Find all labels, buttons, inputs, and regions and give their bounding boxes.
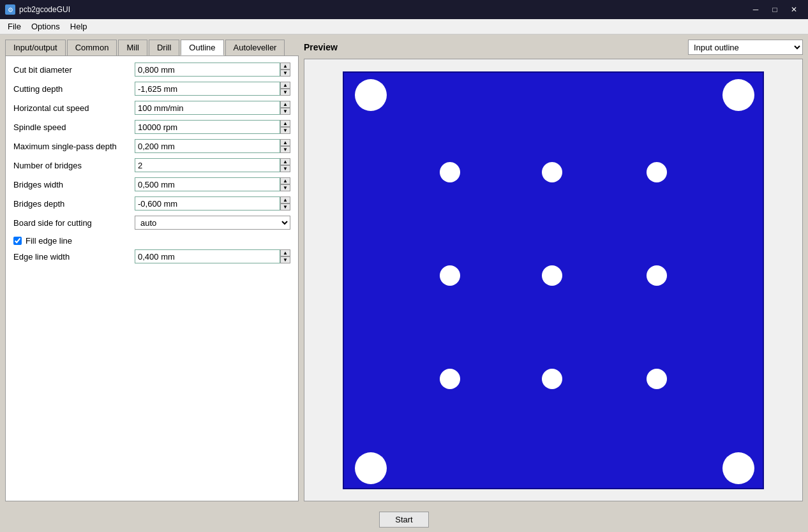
fill-edge-line-label: Fill edge line — [26, 236, 72, 246]
title-bar-left: ⚙ pcb2gcodeGUI — [5, 4, 70, 15]
pcb-hole — [722, 452, 754, 484]
cutting-depth-input[interactable] — [135, 82, 280, 96]
pcb-hole — [647, 265, 667, 286]
bridges-width-label: Bridges width — [13, 180, 135, 189]
preview-select-wrap: Input outline Mill output Drill output O… — [688, 40, 803, 55]
horizontal-cut-speed-spinners: ▲ ▼ — [280, 101, 290, 115]
cutting-depth-up[interactable]: ▲ — [280, 82, 290, 89]
number-of-bridges-input-wrap: ▲ ▼ — [135, 158, 290, 172]
max-single-pass-depth-up[interactable]: ▲ — [280, 139, 290, 146]
title-bar: ⚙ pcb2gcodeGUI ─ □ ✕ — [0, 0, 808, 19]
cutting-depth-spinners: ▲ ▼ — [280, 82, 290, 96]
bridges-width-input[interactable] — [135, 177, 280, 191]
max-single-pass-depth-input-wrap: ▲ ▼ — [135, 139, 290, 153]
edge-line-width-label: Edge line width — [13, 252, 135, 262]
cut-bit-diameter-input-wrap: ▲ ▼ — [135, 63, 290, 77]
edge-line-width-down[interactable]: ▼ — [280, 256, 290, 263]
bridges-width-spinners: ▲ ▼ — [280, 177, 290, 191]
pcb-hole — [440, 265, 460, 286]
cut-bit-diameter-up[interactable]: ▲ — [280, 63, 290, 70]
settings-panel: Cut bit diameter ▲ ▼ Cutting depth ▲ ▼ — [5, 55, 299, 501]
cutting-depth-row: Cutting depth ▲ ▼ — [8, 80, 296, 97]
cut-bit-diameter-down[interactable]: ▼ — [280, 70, 290, 77]
tab-bar: Input/output Common Mill Drill Outline A… — [5, 40, 299, 55]
horizontal-cut-speed-input-wrap: ▲ ▼ — [135, 101, 290, 115]
pcb-board — [343, 71, 764, 489]
bridges-depth-up[interactable]: ▲ — [280, 196, 290, 203]
preview-select[interactable]: Input outline Mill output Drill output O… — [688, 40, 803, 55]
cutting-depth-down[interactable]: ▼ — [280, 89, 290, 96]
board-side-select[interactable]: auto front back — [135, 216, 290, 230]
spindle-speed-input-wrap: ▲ ▼ — [135, 120, 290, 134]
left-panel: Input/output Common Mill Drill Outline A… — [5, 40, 299, 501]
max-single-pass-depth-down[interactable]: ▼ — [280, 146, 290, 153]
tab-autoleveller[interactable]: Autoleveller — [225, 40, 285, 55]
title-bar-controls: ─ □ ✕ — [747, 3, 803, 16]
spindle-speed-row: Spindle speed ▲ ▼ — [8, 119, 296, 135]
pcb-hole — [542, 265, 562, 286]
horizontal-cut-speed-row: Horizontal cut speed ▲ ▼ — [8, 100, 296, 116]
bridges-depth-input[interactable] — [135, 196, 280, 211]
board-side-label: Board side for cutting — [13, 218, 135, 228]
minimize-button[interactable]: ─ — [747, 3, 765, 16]
preview-title: Preview — [304, 42, 338, 52]
max-single-pass-depth-label: Maximum single-pass depth — [13, 142, 135, 151]
app-title: pcb2gcodeGUI — [19, 5, 70, 14]
edge-line-width-input[interactable] — [135, 249, 280, 263]
menu-options[interactable]: Options — [26, 20, 65, 33]
tab-mill[interactable]: Mill — [118, 40, 147, 55]
bridges-depth-down[interactable]: ▼ — [280, 203, 290, 211]
bridges-width-down[interactable]: ▼ — [280, 184, 290, 191]
bridges-width-up[interactable]: ▲ — [280, 177, 290, 184]
max-single-pass-depth-spinners: ▲ ▼ — [280, 139, 290, 153]
number-of-bridges-down[interactable]: ▼ — [280, 165, 290, 172]
edge-line-width-up[interactable]: ▲ — [280, 249, 290, 256]
pcb-hole — [440, 369, 460, 389]
pcb-hole — [355, 452, 387, 484]
fill-edge-line-row: Fill edge line — [8, 233, 296, 248]
number-of-bridges-spinners: ▲ ▼ — [280, 158, 290, 172]
menu-help[interactable]: Help — [65, 20, 93, 33]
number-of-bridges-input[interactable] — [135, 158, 280, 172]
pcb-hole — [542, 369, 562, 389]
pcb-hole — [647, 369, 667, 389]
spindle-speed-up[interactable]: ▲ — [280, 120, 290, 127]
tab-input-output[interactable]: Input/output — [5, 40, 66, 55]
max-single-pass-depth-input[interactable] — [135, 139, 280, 153]
horizontal-cut-speed-down[interactable]: ▼ — [280, 108, 290, 115]
number-of-bridges-up[interactable]: ▲ — [280, 158, 290, 165]
horizontal-cut-speed-up[interactable]: ▲ — [280, 101, 290, 108]
close-button[interactable]: ✕ — [785, 3, 803, 16]
spindle-speed-down[interactable]: ▼ — [280, 127, 290, 134]
number-of-bridges-row: Number of bridges ▲ ▼ — [8, 157, 296, 174]
horizontal-cut-speed-input[interactable] — [135, 101, 280, 115]
menu-file[interactable]: File — [3, 20, 26, 33]
tab-drill[interactable]: Drill — [149, 40, 179, 55]
cut-bit-diameter-input[interactable] — [135, 63, 280, 77]
right-panel: Preview Input outline Mill output Drill … — [304, 40, 803, 501]
preview-canvas — [304, 59, 803, 501]
pcb-hole — [542, 162, 562, 182]
bridges-width-input-wrap: ▲ ▼ — [135, 177, 290, 191]
spindle-speed-label: Spindle speed — [13, 122, 135, 132]
spindle-speed-spinners: ▲ ▼ — [280, 120, 290, 134]
fill-edge-line-checkbox[interactable] — [13, 237, 22, 245]
pcb-hole — [647, 162, 667, 182]
bridges-depth-input-wrap: ▲ ▼ — [135, 196, 290, 211]
bridges-depth-row: Bridges depth ▲ ▼ — [8, 195, 296, 212]
spindle-speed-input[interactable] — [135, 120, 280, 134]
tab-common[interactable]: Common — [67, 40, 117, 55]
number-of-bridges-label: Number of bridges — [13, 161, 135, 170]
bridges-depth-spinners: ▲ ▼ — [280, 196, 290, 211]
tab-outline[interactable]: Outline — [181, 40, 223, 55]
bottom-bar: Start — [0, 506, 808, 532]
menu-bar: File Options Help — [0, 19, 808, 34]
edge-line-width-spinners: ▲ ▼ — [280, 249, 290, 263]
maximize-button[interactable]: □ — [766, 3, 784, 16]
pcb-hole — [355, 79, 387, 111]
cutting-depth-label: Cutting depth — [13, 84, 135, 94]
start-button[interactable]: Start — [379, 512, 428, 528]
board-side-input-wrap: auto front back — [135, 216, 290, 230]
bridges-depth-label: Bridges depth — [13, 199, 135, 209]
bridges-width-row: Bridges width ▲ ▼ — [8, 176, 296, 193]
